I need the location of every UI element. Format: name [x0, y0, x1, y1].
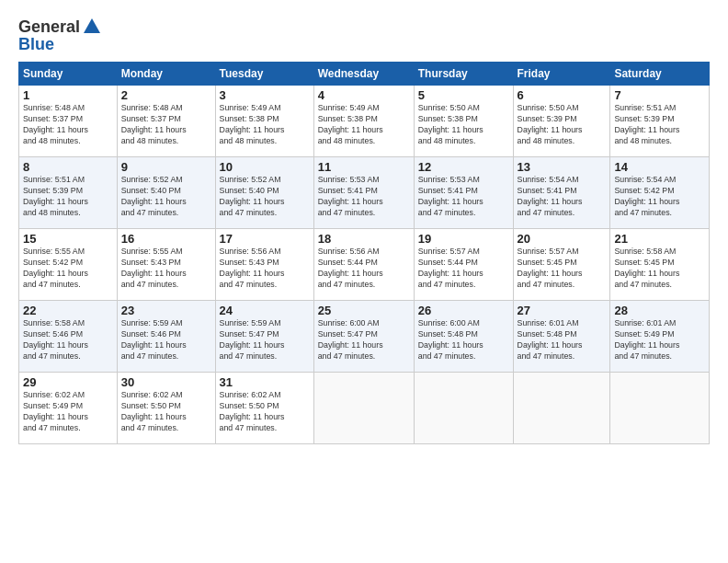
- day-number: 15: [23, 232, 113, 246]
- calendar-cell: 16Sunrise: 5:55 AMSunset: 5:43 PMDayligh…: [117, 229, 215, 301]
- day-info: Sunrise: 6:02 AMSunset: 5:49 PMDaylight:…: [23, 390, 113, 434]
- calendar-cell: [513, 373, 610, 444]
- day-number: 18: [318, 232, 410, 246]
- day-number: 4: [318, 88, 410, 102]
- calendar-cell: 15Sunrise: 5:55 AMSunset: 5:42 PMDayligh…: [19, 229, 118, 301]
- day-number: 22: [23, 304, 113, 317]
- calendar-cell: 6Sunrise: 5:50 AMSunset: 5:39 PMDaylight…: [513, 86, 610, 157]
- calendar-cell: 10Sunrise: 5:52 AMSunset: 5:40 PMDayligh…: [215, 157, 313, 229]
- day-info: Sunrise: 5:58 AMSunset: 5:45 PMDaylight:…: [614, 247, 705, 291]
- calendar-cell: 7Sunrise: 5:51 AMSunset: 5:39 PMDaylight…: [610, 86, 710, 157]
- calendar-cell: 1Sunrise: 5:48 AMSunset: 5:37 PMDaylight…: [19, 86, 118, 157]
- day-info: Sunrise: 6:01 AMSunset: 5:48 PMDaylight:…: [518, 318, 607, 362]
- day-number: 11: [318, 160, 410, 174]
- day-info: Sunrise: 5:55 AMSunset: 5:42 PMDaylight:…: [23, 247, 113, 291]
- day-info: Sunrise: 5:58 AMSunset: 5:46 PMDaylight:…: [23, 318, 113, 362]
- logo-blue: Blue: [18, 35, 102, 54]
- day-number: 30: [121, 375, 211, 389]
- calendar-cell: 23Sunrise: 5:59 AMSunset: 5:46 PMDayligh…: [117, 301, 215, 373]
- day-info: Sunrise: 5:51 AMSunset: 5:39 PMDaylight:…: [614, 103, 705, 147]
- day-info: Sunrise: 5:56 AMSunset: 5:43 PMDaylight:…: [220, 247, 310, 291]
- header-day-thursday: Thursday: [414, 63, 513, 86]
- svg-marker-0: [84, 18, 100, 33]
- calendar-cell: 3Sunrise: 5:49 AMSunset: 5:38 PMDaylight…: [215, 86, 313, 157]
- calendar-cell: 26Sunrise: 6:00 AMSunset: 5:48 PMDayligh…: [414, 301, 513, 373]
- header-day-sunday: Sunday: [19, 63, 118, 86]
- day-info: Sunrise: 5:49 AMSunset: 5:38 PMDaylight:…: [318, 103, 410, 147]
- calendar-cell: 11Sunrise: 5:53 AMSunset: 5:41 PMDayligh…: [313, 157, 414, 229]
- calendar-cell: [313, 373, 414, 444]
- day-info: Sunrise: 5:59 AMSunset: 5:46 PMDaylight:…: [121, 318, 211, 362]
- day-number: 25: [318, 304, 410, 317]
- day-info: Sunrise: 5:54 AMSunset: 5:41 PMDaylight:…: [518, 175, 607, 219]
- day-number: 29: [23, 375, 113, 389]
- day-info: Sunrise: 6:01 AMSunset: 5:49 PMDaylight:…: [614, 318, 705, 362]
- day-number: 17: [220, 232, 310, 246]
- calendar-cell: 27Sunrise: 6:01 AMSunset: 5:48 PMDayligh…: [513, 301, 610, 373]
- day-info: Sunrise: 6:00 AMSunset: 5:48 PMDaylight:…: [418, 318, 509, 362]
- header-day-friday: Friday: [513, 63, 610, 86]
- day-number: 6: [518, 88, 607, 102]
- day-number: 9: [121, 160, 211, 174]
- calendar-cell: 28Sunrise: 6:01 AMSunset: 5:49 PMDayligh…: [610, 301, 710, 373]
- logo-icon: [82, 17, 102, 37]
- day-info: Sunrise: 5:48 AMSunset: 5:37 PMDaylight:…: [121, 103, 211, 147]
- day-number: 8: [23, 160, 113, 174]
- day-info: Sunrise: 5:53 AMSunset: 5:41 PMDaylight:…: [418, 175, 509, 219]
- calendar-cell: 19Sunrise: 5:57 AMSunset: 5:44 PMDayligh…: [414, 229, 513, 301]
- header-day-monday: Monday: [117, 63, 215, 86]
- day-number: 31: [220, 375, 310, 389]
- day-number: 7: [614, 88, 705, 102]
- day-info: Sunrise: 5:48 AMSunset: 5:37 PMDaylight:…: [23, 103, 113, 147]
- day-number: 5: [418, 88, 509, 102]
- day-number: 1: [23, 88, 113, 102]
- day-number: 12: [418, 160, 509, 174]
- calendar-cell: 24Sunrise: 5:59 AMSunset: 5:47 PMDayligh…: [215, 301, 313, 373]
- day-number: 13: [518, 160, 607, 174]
- day-info: Sunrise: 6:02 AMSunset: 5:50 PMDaylight:…: [220, 390, 310, 434]
- day-info: Sunrise: 5:55 AMSunset: 5:43 PMDaylight:…: [121, 247, 211, 291]
- day-info: Sunrise: 5:52 AMSunset: 5:40 PMDaylight:…: [220, 175, 310, 219]
- day-number: 2: [121, 88, 211, 102]
- day-info: Sunrise: 5:51 AMSunset: 5:39 PMDaylight:…: [23, 175, 113, 219]
- day-number: 19: [418, 232, 509, 246]
- calendar-cell: 5Sunrise: 5:50 AMSunset: 5:38 PMDaylight…: [414, 86, 513, 157]
- day-number: 3: [220, 88, 310, 102]
- calendar-cell: 4Sunrise: 5:49 AMSunset: 5:38 PMDaylight…: [313, 86, 414, 157]
- calendar-cell: 20Sunrise: 5:57 AMSunset: 5:45 PMDayligh…: [513, 229, 610, 301]
- day-info: Sunrise: 5:53 AMSunset: 5:41 PMDaylight:…: [318, 175, 410, 219]
- day-info: Sunrise: 6:00 AMSunset: 5:47 PMDaylight:…: [318, 318, 410, 362]
- day-info: Sunrise: 5:56 AMSunset: 5:44 PMDaylight:…: [318, 247, 410, 291]
- calendar-cell: [610, 373, 710, 444]
- calendar-cell: 12Sunrise: 5:53 AMSunset: 5:41 PMDayligh…: [414, 157, 513, 229]
- calendar-table: SundayMondayTuesdayWednesdayThursdayFrid…: [18, 62, 710, 444]
- day-info: Sunrise: 5:49 AMSunset: 5:38 PMDaylight:…: [220, 103, 310, 147]
- calendar-cell: 17Sunrise: 5:56 AMSunset: 5:43 PMDayligh…: [215, 229, 313, 301]
- calendar-cell: [414, 373, 513, 444]
- day-number: 27: [518, 304, 607, 317]
- calendar-cell: 18Sunrise: 5:56 AMSunset: 5:44 PMDayligh…: [313, 229, 414, 301]
- day-number: 16: [121, 232, 211, 246]
- day-info: Sunrise: 5:52 AMSunset: 5:40 PMDaylight:…: [121, 175, 211, 219]
- day-number: 24: [220, 304, 310, 317]
- calendar-cell: 31Sunrise: 6:02 AMSunset: 5:50 PMDayligh…: [215, 373, 313, 444]
- calendar-cell: 29Sunrise: 6:02 AMSunset: 5:49 PMDayligh…: [19, 373, 118, 444]
- day-info: Sunrise: 5:59 AMSunset: 5:47 PMDaylight:…: [220, 318, 310, 362]
- logo: General Blue: [18, 17, 102, 54]
- header-day-tuesday: Tuesday: [215, 63, 313, 86]
- calendar-cell: 21Sunrise: 5:58 AMSunset: 5:45 PMDayligh…: [610, 229, 710, 301]
- day-number: 14: [614, 160, 705, 174]
- calendar-cell: 9Sunrise: 5:52 AMSunset: 5:40 PMDaylight…: [117, 157, 215, 229]
- header-day-saturday: Saturday: [610, 63, 710, 86]
- day-info: Sunrise: 5:54 AMSunset: 5:42 PMDaylight:…: [614, 175, 705, 219]
- logo-general: General: [18, 17, 80, 37]
- calendar-cell: 30Sunrise: 6:02 AMSunset: 5:50 PMDayligh…: [117, 373, 215, 444]
- day-number: 26: [418, 304, 509, 317]
- calendar-cell: 8Sunrise: 5:51 AMSunset: 5:39 PMDaylight…: [19, 157, 118, 229]
- day-info: Sunrise: 5:50 AMSunset: 5:38 PMDaylight:…: [418, 103, 509, 147]
- day-info: Sunrise: 5:57 AMSunset: 5:44 PMDaylight:…: [418, 247, 509, 291]
- calendar-cell: 22Sunrise: 5:58 AMSunset: 5:46 PMDayligh…: [19, 301, 118, 373]
- calendar-cell: 14Sunrise: 5:54 AMSunset: 5:42 PMDayligh…: [610, 157, 710, 229]
- day-number: 21: [614, 232, 705, 246]
- day-number: 10: [220, 160, 310, 174]
